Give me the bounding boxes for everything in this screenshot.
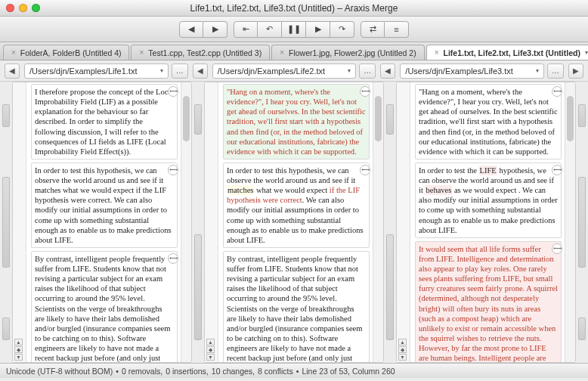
path-row: ◀ /Users/djn/Examples/Life1.txt▾ … ◀ /Us… xyxy=(0,60,588,82)
file-path-1[interactable]: /Users/djn/Examples/Life1.txt▾ xyxy=(24,64,169,79)
link-gutter-1[interactable] xyxy=(192,82,204,363)
text-content-3[interactable]: "Hang on a moment, where's the evidence?… xyxy=(410,82,565,362)
tab-label: Test1.cpp, Test2.cpp (Untitled 3) xyxy=(148,48,262,57)
path-dropdown-icon[interactable]: ▾ xyxy=(536,67,539,74)
paragraph: By contrast, intelligent people frequent… xyxy=(35,255,170,362)
scroll-seg-icon[interactable]: ◆ xyxy=(206,346,215,353)
merge-link-icon[interactable]: ⟷ xyxy=(168,86,178,97)
vertical-scrollbar[interactable] xyxy=(373,82,383,362)
nav-back-button[interactable]: ◀ xyxy=(179,21,203,38)
scroll-thumb[interactable] xyxy=(375,96,382,141)
path-dropdown-icon[interactable]: ▾ xyxy=(160,67,163,74)
history-forward-button[interactable]: ▶ xyxy=(568,64,583,79)
first-diff-button[interactable]: ⇤ xyxy=(234,21,258,38)
status-changes: 10 changes, xyxy=(212,367,255,376)
scroll-buttons: ▲ ◆ ▼ xyxy=(398,339,407,361)
scroll-seg-icon[interactable]: ◆ xyxy=(398,346,407,353)
scroll-down-icon[interactable]: ▼ xyxy=(14,354,23,361)
prev-diff-button[interactable]: ↶ xyxy=(258,21,282,38)
scroll-up-icon[interactable]: ▲ xyxy=(206,339,215,345)
path-more-button-3[interactable]: … xyxy=(547,64,564,79)
history-back-button-2[interactable]: ◀ xyxy=(193,64,208,79)
paragraph: In order to test this hypothesis, we can… xyxy=(35,166,172,244)
paragraph: "Hang on a moment, where's the evidence?… xyxy=(419,88,558,156)
path-more-button-1[interactable]: … xyxy=(172,64,188,79)
list-button[interactable]: ≡ xyxy=(385,21,409,38)
overview-gutter-right[interactable] xyxy=(576,82,588,363)
close-tab-icon[interactable]: × xyxy=(139,48,144,57)
merge-link-icon[interactable]: ⟷ xyxy=(168,253,178,264)
tab-folder-compare[interactable]: × FolderA, FolderB (Untitled 4) xyxy=(3,45,129,60)
scroll-down-icon[interactable]: ▼ xyxy=(206,354,215,361)
next-diff-button[interactable]: ↷ xyxy=(330,21,354,38)
tab-label: Flower1.jpg, Flower2.jpg (Untitled 2) xyxy=(289,48,416,57)
paragraph: I therefore propose the concept of the L… xyxy=(35,88,174,156)
paragraph: By contrast, intelligent people frequent… xyxy=(227,255,366,362)
scroll-buttons: ▲ ◆ ▼ xyxy=(14,339,23,361)
minimize-window-button[interactable] xyxy=(19,4,27,12)
history-back-button-3[interactable]: ◀ xyxy=(380,64,395,79)
diff-word: LIFE xyxy=(479,166,497,175)
merge-link-icon[interactable]: ⟷ xyxy=(552,165,562,175)
scroll-down-icon[interactable]: ▼ xyxy=(398,354,407,361)
toolbar: ◀ ▶ ⇤ ↶ ❚❚ ▶ ↷ ⇄ ≡ xyxy=(0,17,588,42)
line-numbers xyxy=(13,82,26,362)
merge-link-icon[interactable]: ⟷ xyxy=(552,86,562,97)
vertical-scrollbar[interactable] xyxy=(565,82,575,362)
link-gutter-2[interactable] xyxy=(384,82,396,363)
path-more-button-2[interactable]: … xyxy=(359,64,376,79)
tab-label: Life1.txt, Life2.txt, Life3.txt (Untitle… xyxy=(443,48,580,57)
text-content-1[interactable]: I therefore propose the concept of the L… xyxy=(26,82,181,362)
tab-life-txt[interactable]: × Life1.txt, Life2.txt, Life3.txt (Untit… xyxy=(426,45,588,60)
close-tab-icon[interactable]: × xyxy=(11,48,16,57)
tab-bar: × FolderA, FolderB (Untitled 4) × Test1.… xyxy=(0,42,588,60)
line-numbers xyxy=(205,82,218,362)
close-tab-icon[interactable]: × xyxy=(435,48,439,57)
scroll-buttons: ▲ ◆ ▼ xyxy=(206,339,215,361)
file-path-3[interactable]: /Users/djn/Examples/Life3.txt▾ xyxy=(400,64,544,79)
close-tab-icon[interactable]: × xyxy=(280,48,284,57)
scroll-thumb[interactable] xyxy=(183,96,190,141)
line-numbers xyxy=(397,82,410,362)
tab-dropdown-icon[interactable]: ▾ xyxy=(585,49,588,56)
pane-3: "Hang on a moment, where's the evidence?… xyxy=(396,82,576,363)
text-content-2[interactable]: "Hang on a moment, where's the evidence?… xyxy=(218,82,373,362)
merge-link-icon[interactable]: ⟷ xyxy=(168,165,178,175)
pane-1: I therefore propose the concept of the L… xyxy=(12,82,192,363)
scroll-up-icon[interactable]: ▲ xyxy=(398,339,407,345)
pause-button[interactable]: ❚❚ xyxy=(282,21,306,38)
merge-link-icon[interactable]: ⟷ xyxy=(552,243,562,254)
status-conflicts: 8 conflicts xyxy=(258,367,293,376)
nav-forward-button[interactable]: ▶ xyxy=(203,21,227,38)
status-bar: Unicode (UTF-8 without BOM) • 0 removals… xyxy=(0,363,588,378)
merge-link-icon[interactable]: ⟷ xyxy=(360,165,370,175)
window-controls xyxy=(0,4,40,12)
status-removals: 0 removals, xyxy=(122,367,162,376)
status-position: Line 23 of 53, Column 260 xyxy=(302,367,395,376)
titlebar: Life1.txt, Life2.txt, Life3.txt (Untitle… xyxy=(0,0,588,17)
vertical-scrollbar[interactable] xyxy=(181,82,191,362)
status-encoding: Unicode (UTF-8 without BOM) xyxy=(6,367,113,376)
window-title: Life1.txt, Life2.txt, Life3.txt (Untitle… xyxy=(0,3,588,14)
path-dropdown-icon[interactable]: ▾ xyxy=(348,67,351,74)
compare-panes: I therefore propose the concept of the L… xyxy=(0,82,588,363)
diff-word: behaves xyxy=(425,185,452,195)
tab-flower-jpg[interactable]: × Flower1.jpg, Flower2.jpg (Untitled 2) xyxy=(271,45,425,60)
merge-link-icon[interactable]: ⟷ xyxy=(360,86,370,97)
play-button[interactable]: ▶ xyxy=(306,21,330,38)
swap-button[interactable]: ⇄ xyxy=(361,21,385,38)
overview-gutter-left[interactable] xyxy=(0,82,12,363)
diff-changed: It would seem that all life forms suffer… xyxy=(419,245,558,362)
zoom-window-button[interactable] xyxy=(32,4,40,12)
scroll-up-icon[interactable]: ▲ xyxy=(14,339,23,345)
pane-2: "Hang on a moment, where's the evidence?… xyxy=(204,82,384,363)
scroll-seg-icon[interactable]: ◆ xyxy=(14,346,23,353)
file-path-2[interactable]: /Users/djn/Examples/Life2.txt▾ xyxy=(212,64,357,79)
status-insertions: 0 insertions, xyxy=(166,367,209,376)
tab-test-cpp[interactable]: × Test1.cpp, Test2.cpp (Untitled 3) xyxy=(131,45,270,60)
close-window-button[interactable] xyxy=(6,4,14,12)
history-back-button[interactable]: ◀ xyxy=(5,64,20,79)
diff-word: matches xyxy=(227,185,254,195)
scroll-thumb[interactable] xyxy=(567,96,574,141)
tab-label: FolderA, FolderB (Untitled 4) xyxy=(20,48,122,57)
